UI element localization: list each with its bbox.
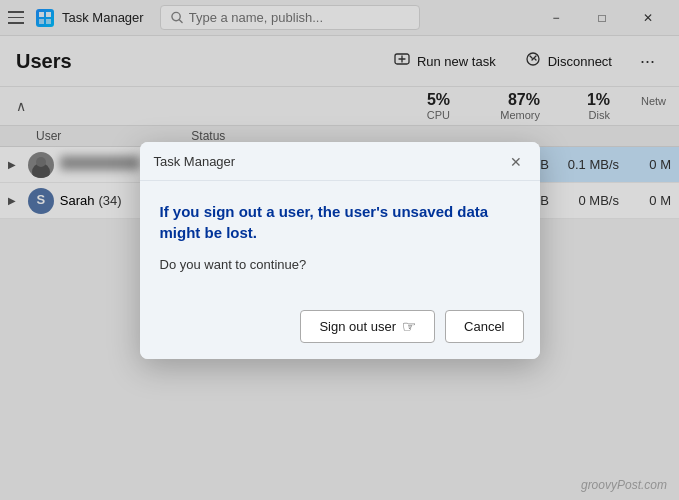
cursor-icon: ☞ bbox=[402, 317, 416, 336]
dialog-sub-message: Do you want to continue? bbox=[160, 257, 520, 272]
dialog-close-button[interactable]: ✕ bbox=[506, 152, 526, 172]
cancel-button[interactable]: Cancel bbox=[445, 310, 523, 343]
dialog-title: Task Manager bbox=[154, 154, 236, 169]
dialog-titlebar: Task Manager ✕ bbox=[140, 142, 540, 181]
dialog: Task Manager ✕ If you sign out a user, t… bbox=[140, 142, 540, 359]
dialog-main-message: If you sign out a user, the user's unsav… bbox=[160, 201, 520, 243]
dialog-body: If you sign out a user, the user's unsav… bbox=[140, 181, 540, 300]
dialog-overlay: Task Manager ✕ If you sign out a user, t… bbox=[0, 0, 679, 500]
dialog-footer: Sign out user ☞ Cancel bbox=[140, 300, 540, 359]
sign-out-user-button[interactable]: Sign out user ☞ bbox=[300, 310, 435, 343]
sign-out-user-label: Sign out user bbox=[319, 319, 396, 334]
